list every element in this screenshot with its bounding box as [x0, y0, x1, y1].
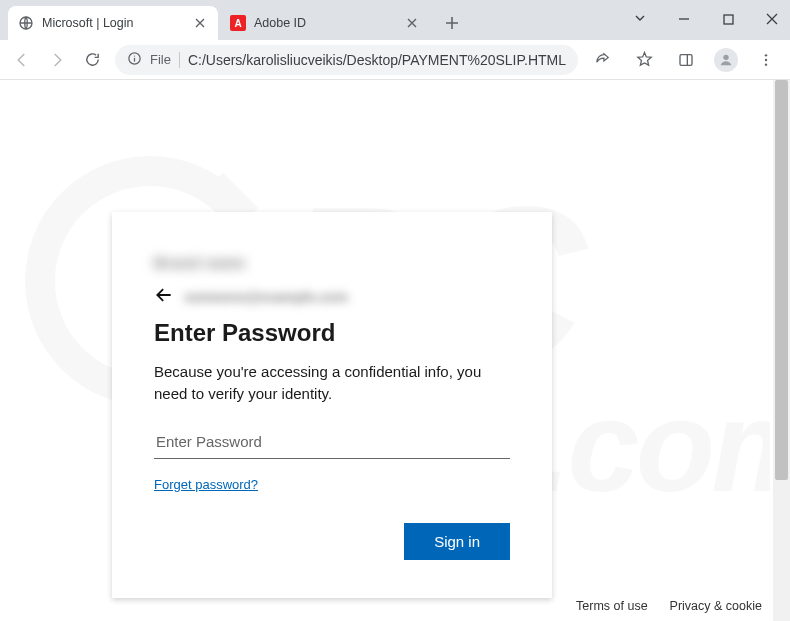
info-icon[interactable]	[127, 51, 142, 69]
svg-point-7	[134, 55, 135, 56]
svg-rect-5	[724, 15, 733, 24]
tab-active[interactable]: Microsoft | Login	[8, 6, 218, 40]
back-button[interactable]	[10, 46, 35, 74]
forgot-password-link[interactable]: Forget password?	[154, 477, 258, 492]
tab-strip: Microsoft | Login A Adobe ID	[0, 0, 790, 40]
svg-point-12	[765, 63, 767, 65]
divider	[179, 52, 180, 68]
minimize-icon[interactable]	[672, 11, 696, 29]
scheme-label: File	[150, 52, 171, 67]
window-controls	[628, 0, 784, 40]
window-close-icon[interactable]	[760, 11, 784, 29]
account-email-redacted: someone@example.com	[184, 289, 348, 305]
profile-icon[interactable]	[714, 48, 738, 72]
back-arrow-icon[interactable]	[154, 285, 174, 309]
bookmark-icon[interactable]	[630, 46, 658, 74]
address-bar[interactable]: File C:/Users/karolisliucveikis/Desktop/…	[115, 45, 578, 75]
signin-button[interactable]: Sign in	[404, 523, 510, 560]
scrollbar[interactable]	[773, 80, 790, 621]
maximize-icon[interactable]	[716, 11, 740, 29]
brand-logo-redacted: Brand name	[154, 254, 510, 271]
tab-title: Microsoft | Login	[42, 16, 184, 30]
tab-inactive[interactable]: A Adobe ID	[220, 6, 430, 40]
url-text: C:/Users/karolisliucveikis/Desktop/PAYME…	[188, 52, 566, 68]
share-icon[interactable]	[588, 46, 616, 74]
globe-icon	[18, 15, 34, 31]
svg-point-10	[765, 54, 767, 56]
reload-button[interactable]	[80, 46, 105, 74]
privacy-link[interactable]: Privacy & cookie	[670, 599, 762, 613]
close-icon[interactable]	[192, 15, 208, 31]
chevron-down-icon[interactable]	[628, 11, 652, 29]
svg-point-9	[723, 54, 728, 59]
scrollbar-thumb[interactable]	[775, 80, 788, 480]
side-panel-icon[interactable]	[672, 46, 700, 74]
page-description: Because you're accessing a confidential …	[154, 361, 510, 405]
login-card: Brand name someone@example.com Enter Pas…	[112, 212, 552, 598]
toolbar: File C:/Users/karolisliucveikis/Desktop/…	[0, 40, 790, 80]
terms-link[interactable]: Terms of use	[576, 599, 648, 613]
tab-title: Adobe ID	[254, 16, 396, 30]
adobe-icon: A	[230, 15, 246, 31]
forward-button[interactable]	[45, 46, 70, 74]
viewport: Brand name someone@example.com Enter Pas…	[0, 80, 790, 621]
close-icon[interactable]	[404, 15, 420, 31]
menu-icon[interactable]	[752, 46, 780, 74]
svg-point-11	[765, 58, 767, 60]
page-title: Enter Password	[154, 319, 510, 347]
password-input[interactable]	[154, 425, 510, 459]
footer-links: Terms of use Privacy & cookie	[576, 599, 762, 613]
new-tab-button[interactable]	[438, 9, 466, 37]
svg-rect-8	[680, 54, 692, 65]
